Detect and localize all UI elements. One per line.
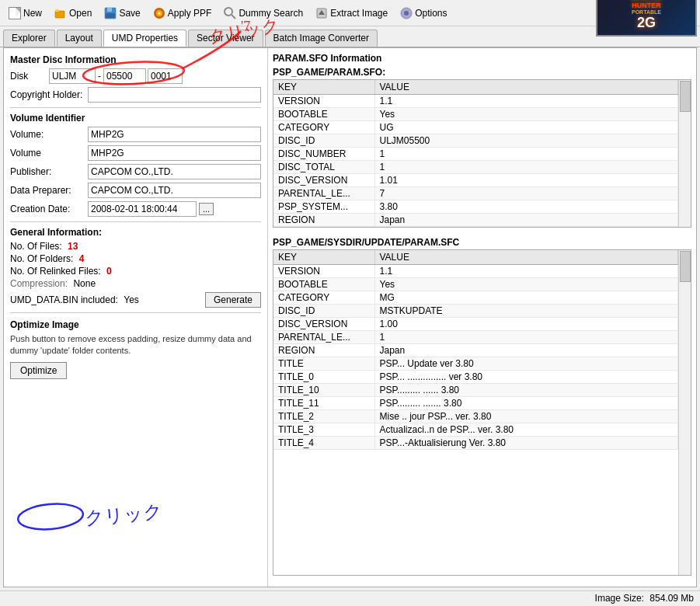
ppf-icon: [153, 7, 165, 19]
param-sfo-table: KEY VALUE VERSION1.1BOOTABLEYesCATEGORYU…: [273, 80, 678, 227]
disk-input-1[interactable]: [49, 68, 96, 84]
sfo-key-cell: REGION: [273, 214, 374, 227]
tab-batch-image-converter[interactable]: Batch Image Converter: [265, 30, 378, 47]
copyright-label: Copyright Holder:: [10, 89, 88, 100]
table-row[interactable]: TITLE_11PSP......... ....... 3.80: [273, 397, 678, 410]
sfc-key-cell: PARENTAL_LE...: [273, 331, 374, 344]
options-button[interactable]: Options: [395, 5, 452, 22]
param-sfo-path: PSP_GAME/PARAM.SFO:: [273, 67, 691, 78]
data-preparer-input[interactable]: [88, 183, 261, 198]
relinked-value: 0: [106, 266, 112, 277]
options-button-label: Options: [415, 8, 447, 19]
table-row[interactable]: PARENTAL_LE...7: [273, 187, 678, 200]
param-sfo-scrollbar-thumb[interactable]: [680, 81, 691, 112]
table-row[interactable]: BOOTABLEYes: [273, 278, 678, 291]
disk-input-3[interactable]: [148, 68, 183, 84]
table-row[interactable]: TITLE_2Mise .. jour PSP... ver. 3.80: [273, 410, 678, 423]
table-row[interactable]: DISC_TOTAL1: [273, 161, 678, 174]
table-row[interactable]: DISC_VERSION1.01: [273, 174, 678, 187]
sfc-value-cell: MG: [374, 291, 678, 305]
extract-image-button[interactable]: Extract Image: [310, 5, 393, 22]
files-value: 13: [68, 241, 78, 252]
copyright-input[interactable]: [88, 87, 261, 103]
table-row[interactable]: DISC_IDMSTKUPDATE: [273, 305, 678, 318]
save-icon: [104, 7, 117, 19]
param-sfc-scrollbar-thumb[interactable]: [680, 251, 691, 282]
new-icon: [9, 7, 21, 19]
sfo-value-cell: 7: [374, 187, 678, 200]
sfc-key-cell: TITLE_2: [273, 410, 374, 423]
disk-row: Disk -: [10, 68, 261, 84]
right-panel: PARAM.SFO Information PSP_GAME/PARAM.SFO…: [268, 48, 696, 587]
publisher-row: Publisher:: [10, 164, 261, 179]
table-row[interactable]: TITLE_10PSP......... ...... 3.80: [273, 384, 678, 397]
sfo-value-cell: UG: [374, 121, 678, 134]
param-sfo-table-container: KEY VALUE VERSION1.1BOOTABLEYesCATEGORYU…: [273, 79, 691, 228]
optimize-title: Optimize Image: [10, 319, 261, 330]
table-row[interactable]: TITLE_3Actualizaci..n de PSP... ver. 3.8…: [273, 423, 678, 437]
sfo-key-cell: VERSION: [273, 95, 374, 108]
table-row[interactable]: TITLE_4PSP...-Aktualisierung Ver. 3.80: [273, 437, 678, 450]
umd-data-label: UMD_DATA.BIN included: Yes: [10, 294, 205, 305]
optimize-button[interactable]: Optimize: [10, 362, 67, 379]
data-preparer-label: Data Preparer:: [10, 185, 88, 196]
table-row[interactable]: CATEGORYMG: [273, 291, 678, 305]
volume2-label: Volume: [10, 148, 88, 158]
sfc-value-cell: PSP......... ...... 3.80: [374, 384, 678, 397]
table-row[interactable]: REGIONJapan: [273, 344, 678, 357]
tab-layout[interactable]: Layout: [57, 30, 102, 47]
open-button[interactable]: Open: [49, 5, 97, 22]
disk-input-2[interactable]: [103, 68, 146, 84]
param-sfo-info-title: PARAM.SFO Information: [273, 53, 691, 64]
volume1-input[interactable]: [88, 127, 261, 142]
table-row[interactable]: PARENTAL_LE...1: [273, 331, 678, 344]
volume2-input[interactable]: [88, 145, 261, 161]
dummy-search-button[interactable]: Dummy Search: [218, 5, 308, 22]
sfc-value-cell: Actualizaci..n de PSP... ver. 3.80: [374, 423, 678, 437]
apply-ppf-button[interactable]: Apply PPF: [148, 5, 218, 22]
sfo-value-cell: 1.01: [374, 174, 678, 187]
sfc-key-cell: CATEGORY: [273, 291, 374, 305]
table-row[interactable]: DISC_NUMBER1: [273, 148, 678, 161]
table-row[interactable]: REGIONJapan: [273, 214, 678, 227]
volume-identifier-title: Volume Identifier: [10, 113, 261, 124]
svg-line-9: [232, 15, 235, 19]
folders-value: 4: [79, 253, 85, 264]
sfo-value-cell: 3.80: [374, 200, 678, 214]
publisher-input[interactable]: [88, 164, 261, 179]
table-row[interactable]: VERSION1.1: [273, 265, 678, 278]
save-button[interactable]: Save: [99, 5, 145, 22]
table-row[interactable]: CATEGORYUG: [273, 121, 678, 134]
param-sfo-col-key: KEY: [273, 80, 374, 95]
table-row[interactable]: PSP_SYSTEM...3.80: [273, 200, 678, 214]
tab-umd-properties[interactable]: UMD Properties: [103, 30, 186, 47]
logo-line3: PORTABLE: [631, 9, 662, 15]
master-disc-title: Master Disc Information: [10, 54, 261, 65]
param-sfc-table: KEY VALUE VERSION1.1BOOTABLEYesCATEGORYM…: [273, 250, 678, 450]
tab-sector-viewer[interactable]: Sector Viewer: [188, 30, 263, 47]
table-row[interactable]: DISC_IDULJM05500: [273, 134, 678, 148]
tab-explorer[interactable]: Explorer: [3, 30, 55, 47]
publisher-label: Publisher:: [10, 166, 88, 177]
relinked-label: No. Of Relinked Files:: [10, 266, 101, 277]
table-row[interactable]: DISC_VERSION1.00: [273, 318, 678, 331]
param-sfc-table-container: KEY VALUE VERSION1.1BOOTABLEYesCATEGORYM…: [273, 249, 691, 576]
svg-rect-4: [106, 13, 115, 18]
table-row[interactable]: BOOTABLEYes: [273, 108, 678, 121]
table-row[interactable]: VERSION1.1: [273, 95, 678, 108]
generate-button[interactable]: Generate: [205, 292, 261, 308]
creation-date-input[interactable]: [88, 201, 197, 217]
param-sfc-scrollbar[interactable]: [678, 250, 691, 575]
relinked-row: No. Of Relinked Files: 0: [10, 266, 261, 277]
sfc-key-cell: DISC_ID: [273, 305, 374, 318]
date-picker-button[interactable]: ...: [199, 203, 214, 215]
sfo-key-cell: DISC_VERSION: [273, 174, 374, 187]
table-row[interactable]: TITLEPSP... Update ver 3.80: [273, 357, 678, 371]
sfc-value-cell: 1.00: [374, 318, 678, 331]
sfo-key-cell: PARENTAL_LE...: [273, 187, 374, 200]
svg-rect-3: [107, 8, 112, 12]
param-sfo-scrollbar[interactable]: [678, 80, 691, 227]
table-row[interactable]: TITLE_0PSP... ............... ver 3.80: [273, 371, 678, 384]
new-button[interactable]: New: [3, 5, 47, 22]
creation-date-row: Creation Date: ...: [10, 201, 261, 217]
